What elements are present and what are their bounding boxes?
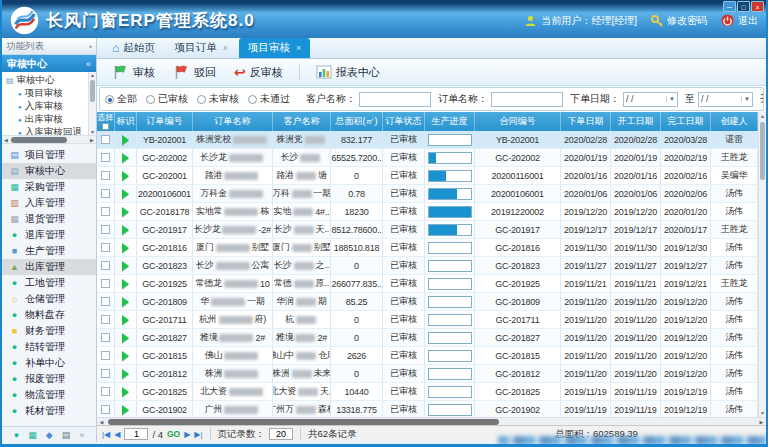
- row-checkbox[interactable]: [101, 243, 110, 252]
- column-header-order-name[interactable]: 订单名称: [193, 112, 273, 131]
- tab-0[interactable]: ⌂起始页: [103, 38, 164, 58]
- tab-1[interactable]: 项目订单×: [166, 38, 237, 58]
- scrollbar-thumb[interactable]: [90, 80, 95, 102]
- date-input-1[interactable]: / /▼: [698, 92, 753, 107]
- scroll-up-icon[interactable]: ▲: [760, 113, 765, 119]
- row-checkbox[interactable]: [101, 225, 110, 234]
- sidebar-item-7[interactable]: ▲出库管理: [2, 259, 96, 275]
- collapse-icon[interactable]: «: [86, 59, 91, 69]
- scroll-left-icon[interactable]: ◀: [97, 419, 106, 425]
- sidebar-item-8[interactable]: ●工地管理: [2, 275, 96, 291]
- sidebar-item-6[interactable]: ■生产管理: [2, 243, 96, 259]
- sidebar-item-1[interactable]: ▤审核中心: [2, 163, 96, 179]
- sidebar-item-5[interactable]: ●退库管理: [2, 227, 96, 243]
- scroll-down-icon[interactable]: ▼: [90, 129, 95, 135]
- row-checkbox[interactable]: [101, 405, 110, 414]
- change-password-button[interactable]: 修改密码: [651, 14, 707, 28]
- table-row[interactable]: GC-2018178实地常栋实地4#..18230已审核201912200022…: [97, 203, 758, 221]
- row-checkbox[interactable]: [101, 297, 110, 306]
- row-checkbox[interactable]: [101, 315, 110, 324]
- scroll-up-icon[interactable]: ▲: [90, 72, 95, 78]
- sidebar-item-14[interactable]: ●报废管理: [2, 371, 96, 387]
- table-row[interactable]: GC-201902广州广州万森林13318.775已审核GC-201902201…: [97, 401, 758, 417]
- row-checkbox[interactable]: [101, 333, 110, 342]
- select-all-checkbox[interactable]: [102, 123, 109, 130]
- tab-close-icon[interactable]: ×: [296, 43, 301, 53]
- table-row[interactable]: GC-201816厦门别墅厦门别墅188510.818已审核GC-2018162…: [97, 239, 758, 257]
- table-row[interactable]: GC-201711杭州府)杭0已审核GC-2017112019/11/20201…: [97, 311, 758, 329]
- row-checkbox[interactable]: [101, 135, 110, 144]
- cart-icon[interactable]: ▦: [28, 430, 37, 440]
- scroll-right-icon[interactable]: ▶: [757, 419, 766, 425]
- scrollbar-thumb[interactable]: [760, 122, 765, 180]
- scroll-down-icon[interactable]: ▼: [760, 410, 765, 416]
- maximize-button[interactable]: □: [737, 1, 750, 12]
- reject-button[interactable]: 驳回: [166, 62, 223, 82]
- row-checkbox[interactable]: [101, 261, 110, 270]
- column-header-progress[interactable]: 生产进度: [425, 112, 475, 131]
- filter-radio-1[interactable]: 已审核: [146, 92, 188, 106]
- sidebar-item-11[interactable]: ■财务管理: [2, 323, 96, 339]
- table-row[interactable]: YB-202001株洲党校株洲党832.177已审核YB-2020012020/…: [97, 131, 758, 149]
- row-checkbox[interactable]: [101, 171, 110, 180]
- column-header-flag[interactable]: 标识: [115, 112, 137, 131]
- sidebar-item-15[interactable]: ●物流管理: [2, 387, 96, 403]
- minimize-button[interactable]: ─: [723, 1, 736, 12]
- row-checkbox[interactable]: [101, 351, 110, 360]
- grid-vertical-scrollbar[interactable]: ▲▼: [758, 112, 766, 417]
- row-checkbox[interactable]: [101, 153, 110, 162]
- order-name-input[interactable]: [491, 92, 563, 107]
- filter-radio-0[interactable]: 全部: [105, 92, 137, 106]
- row-checkbox[interactable]: [101, 207, 110, 216]
- column-header-creator[interactable]: 创建人: [711, 112, 758, 131]
- dot-icon[interactable]: ●: [14, 430, 19, 440]
- dropdown-arrow-icon[interactable]: ▼: [741, 96, 750, 102]
- row-checkbox[interactable]: [101, 369, 110, 378]
- table-row[interactable]: GC-201815佛山佛山中仓库2626已审核GC-2018152019/11/…: [97, 347, 758, 365]
- sidebar-item-2[interactable]: ▦采购管理: [2, 179, 96, 195]
- logout-button[interactable]: 退出: [721, 14, 758, 28]
- tree-item-1[interactable]: ●入库审核: [6, 100, 87, 113]
- sidebar-item-3[interactable]: ▥入库管理: [2, 195, 96, 211]
- scroll-right-icon[interactable]: ▶: [88, 137, 96, 143]
- column-header-area[interactable]: 总面积(㎡): [331, 112, 383, 131]
- scroll-left-icon[interactable]: ◀: [2, 137, 10, 143]
- pin-icon[interactable]: ▪: [89, 42, 92, 51]
- tree-item-2[interactable]: ●出库审核: [6, 113, 87, 126]
- table-row[interactable]: 20200106001万科金万科一期0.78已审核202001060012020…: [97, 185, 758, 203]
- tab-close-icon[interactable]: ×: [223, 43, 228, 53]
- customer-name-input[interactable]: [359, 92, 431, 107]
- page-input[interactable]: [124, 428, 148, 440]
- sidebar-item-9[interactable]: ⌂仓储管理: [2, 291, 96, 307]
- tree-root-audit-center[interactable]: ▤ 审核中心: [6, 74, 87, 87]
- last-page-button[interactable]: ▶|: [194, 430, 202, 439]
- tab-2[interactable]: 项目审核×: [239, 38, 310, 58]
- audit-center-section-bar[interactable]: 审核中心 «: [2, 55, 96, 72]
- first-page-button[interactable]: |◀: [102, 430, 110, 439]
- filter-radio-2[interactable]: 未审核: [197, 92, 239, 106]
- filter-radio-3[interactable]: 未通过: [248, 92, 290, 106]
- table-row[interactable]: GC-201812株洲株洲未来0已审核GC-2018122019/11/2020…: [97, 365, 758, 383]
- scrollbar-thumb[interactable]: [108, 419, 499, 425]
- doc-icon[interactable]: ▤: [62, 430, 71, 440]
- tree-item-3[interactable]: ●入库审核回退: [6, 126, 87, 136]
- tree-item-0[interactable]: ●项目审核: [6, 87, 87, 100]
- date-input-0[interactable]: / /▼: [623, 92, 678, 107]
- dropdown-arrow-icon[interactable]: ▼: [666, 96, 675, 102]
- grid-horizontal-scrollbar[interactable]: ◀ ▶: [97, 417, 766, 425]
- tree-horizontal-scrollbar[interactable]: ◀ ▶: [2, 136, 96, 144]
- page-size-input[interactable]: [269, 428, 293, 440]
- table-row[interactable]: GC-201823长沙公寓长沙之..0已审核GC-2018232019/11/2…: [97, 257, 758, 275]
- table-row[interactable]: GC-201925常德龙10常德原..266077.835..已审核GC-201…: [97, 275, 758, 293]
- column-header-status[interactable]: 订单状态: [383, 112, 425, 131]
- tree-vertical-scrollbar[interactable]: ▲▼: [88, 72, 96, 135]
- unaudit-button[interactable]: ↩反审核: [227, 63, 290, 82]
- diamond-icon[interactable]: ◆: [46, 430, 53, 440]
- close-button[interactable]: ×: [751, 1, 764, 12]
- row-checkbox[interactable]: [101, 189, 110, 198]
- sidebar-item-16[interactable]: ●耗材管理: [2, 403, 96, 419]
- column-header-customer[interactable]: 客户名称: [273, 112, 331, 131]
- table-row[interactable]: GC-201827雅境2#雅境2#0已审核GC-2018272019/11/20…: [97, 329, 758, 347]
- sidebar-item-13[interactable]: ●补单中心: [2, 355, 96, 371]
- row-checkbox[interactable]: [101, 279, 110, 288]
